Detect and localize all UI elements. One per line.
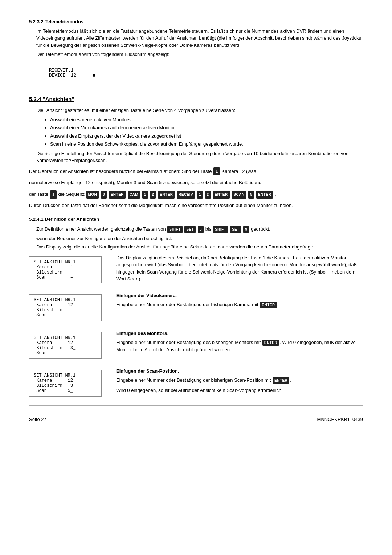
body-524-4: normalerweise Empfänger 12 entspricht), … bbox=[29, 178, 363, 187]
bullet-1: Auswahl eines neuen aktiven Monitors bbox=[50, 116, 363, 123]
display-desc-4: Einfügen der Scan-Position. Eingabe eine… bbox=[116, 368, 363, 399]
lcd-display-4: SET ANSICHT NR.1 Kamera 12 Bildschirm 3 … bbox=[29, 370, 102, 397]
display-left-3: SET ANSICHT NR.1 Kamera 12 Bildschirm 3_… bbox=[29, 330, 109, 361]
key-1-seq: 1 bbox=[50, 190, 57, 199]
seq-receiv: RECEIV bbox=[177, 191, 195, 199]
seq-enter-1: ENTER bbox=[109, 191, 126, 199]
enter-key-inline-1: ENTER bbox=[260, 302, 277, 308]
display-row-1: SET ANSICHT NR.1 Kamera 1 Bildschirm – S… bbox=[29, 254, 363, 285]
body-5232-2: Der Telemetriemodus wird von folgendem B… bbox=[36, 51, 363, 58]
body-524-3: Der Gebrauch der Ansichten ist besonders… bbox=[29, 167, 363, 175]
display-row-3: SET ANSICHT NR.1 Kamera 12 Bildschirm 3_… bbox=[29, 330, 363, 361]
seq-enter-4: ENTER bbox=[256, 191, 273, 199]
body-5241-2: wenn der Bediener zur Konfiguration der … bbox=[36, 235, 363, 242]
page-label: Seite 27 bbox=[29, 417, 46, 422]
seq-3: 3 bbox=[101, 191, 107, 199]
key-1-inline: 1 bbox=[213, 167, 220, 175]
display-desc-3: Einfügen des Monitors. Eingabe einer Num… bbox=[116, 330, 363, 361]
bullet-list-524: Auswahl eines neuen aktiven Monitors Aus… bbox=[50, 116, 363, 148]
enter-key-inline-3: ENTER bbox=[273, 377, 289, 384]
lcd-display-2: SET ANSICHT NR.1 Kamera 12_ Bildschirm –… bbox=[29, 294, 102, 321]
lcd-display-3: SET ANSICHT NR.1 Kamera 12 Bildschirm 3_… bbox=[29, 332, 102, 359]
seq-5: 5 bbox=[248, 191, 254, 199]
display-desc-2: Einfügen der Videokamera. Eingabe einer … bbox=[116, 292, 363, 323]
heading-5232: 5.2.3.2 Telemetriemodus bbox=[29, 18, 363, 25]
enter-key-inline-2: ENTER bbox=[262, 340, 279, 346]
footer: Seite 27 MNNCEKRKB1_0439 bbox=[29, 417, 363, 422]
bullet-2: Auswahl einer Videokamera auf dem neuen … bbox=[50, 124, 363, 131]
key-set-1: SET bbox=[184, 226, 196, 233]
seq-1: 1 bbox=[142, 191, 148, 199]
seq-scan: SCAN bbox=[232, 191, 246, 199]
seq-2b: 2 bbox=[205, 191, 211, 199]
key-shift-1: SHIFT bbox=[167, 226, 182, 233]
body-5232-1: Im Telemetriemodus läßt sich die an die … bbox=[36, 28, 363, 49]
body-5241-3: Das Display zeigt die aktuelle Konfigura… bbox=[36, 243, 363, 251]
body-524-1: Die "Ansicht" gestattet es, mit einer ei… bbox=[36, 107, 363, 114]
section-524: 5.2.4 "Ansichten" Die "Ansicht" gestatte… bbox=[29, 95, 363, 209]
seq-2: 2 bbox=[150, 191, 156, 199]
seq-enter-2: ENTER bbox=[158, 191, 175, 199]
lcd-telemetry: RICEVIT.1 DEVICE 12 bbox=[44, 64, 109, 82]
key-shift-2: SHIFT bbox=[213, 226, 228, 233]
section-5232: 5.2.3.2 Telemetriemodus Im Telemetriemod… bbox=[29, 18, 363, 87]
body-524-6: Durch Drücken der Taste hat der Bediener… bbox=[29, 202, 363, 209]
footer-divider bbox=[29, 405, 363, 406]
key-0: 0 bbox=[198, 226, 204, 233]
display-row-4: SET ANSICHT NR.1 Kamera 12 Bildschirm 3 … bbox=[29, 368, 363, 399]
bullet-3: Auswahl des Empfängers, der der Videokam… bbox=[50, 133, 363, 140]
display-desc-1: Das Display zeigt in diesem Beispiel an,… bbox=[116, 254, 363, 285]
lcd-line-2: DEVICE 12 bbox=[49, 73, 103, 78]
lcd-display-1: SET ANSICHT NR.1 Kamera 1 Bildschirm – S… bbox=[29, 256, 102, 283]
display-row-2: SET ANSICHT NR.1 Kamera 12_ Bildschirm –… bbox=[29, 292, 363, 323]
heading-5241: 5.2.4.1 Definition der Ansichten bbox=[29, 216, 363, 223]
body-5241-1: Zur Definition einer Ansicht werden glei… bbox=[36, 225, 363, 233]
sequence-line: der Taste 1 die Sequenz MON 3 ENTER CAM … bbox=[29, 190, 363, 199]
key-9: 9 bbox=[243, 226, 249, 233]
bullet-4: Scan in eine Position des Schwenkkopfes,… bbox=[50, 141, 363, 148]
lcd-line-1: RICEVIT.1 bbox=[49, 68, 103, 73]
seq-1b: 1 bbox=[197, 191, 203, 199]
doc-id: MNNCEKRKB1_0439 bbox=[317, 417, 363, 422]
seq-enter-3: ENTER bbox=[213, 191, 229, 199]
seq-cam: CAM bbox=[128, 191, 140, 199]
seq-mon: MON bbox=[86, 191, 99, 199]
display-left-2: SET ANSICHT NR.1 Kamera 12_ Bildschirm –… bbox=[29, 292, 109, 323]
key-set-2: SET bbox=[230, 226, 241, 233]
display-left-1: SET ANSICHT NR.1 Kamera 1 Bildschirm – S… bbox=[29, 254, 109, 285]
section-5241: 5.2.4.1 Definition der Ansichten Zur Def… bbox=[29, 216, 363, 399]
body-524-2: Die richtige Einstellung der Ansichten e… bbox=[36, 150, 363, 164]
display-left-4: SET ANSICHT NR.1 Kamera 12 Bildschirm 3 … bbox=[29, 368, 109, 399]
heading-524: 5.2.4 "Ansichten" bbox=[29, 95, 363, 104]
